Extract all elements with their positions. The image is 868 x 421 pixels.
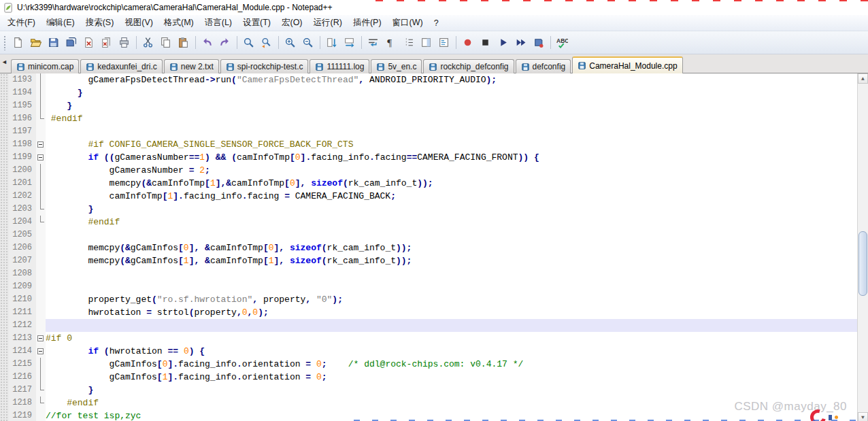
bookmark-margin[interactable] — [0, 112, 9, 125]
bookmark-margin[interactable] — [0, 241, 9, 254]
line-number[interactable]: 1205 — [9, 229, 36, 241]
line-number[interactable]: 1208 — [9, 267, 36, 280]
code-text[interactable]: #if CONFIG_CAMERA_SINGLE_SENSOR_FORCE_BA… — [46, 138, 857, 151]
line-number[interactable]: 1212 — [9, 319, 36, 332]
menu-window[interactable]: 窗口(W) — [387, 15, 429, 31]
vertical-scrollbar[interactable]: ▲ ▼ — [857, 73, 868, 421]
copy-button[interactable] — [158, 35, 174, 51]
tab-kedaxunfei_dri.c[interactable]: kedaxunfei_dri.c — [80, 59, 162, 73]
bookmark-margin[interactable] — [0, 177, 9, 190]
word-wrap-button[interactable] — [365, 35, 382, 51]
code-text[interactable]: gCameraFpsDetectThread->run("CameraFpsDe… — [46, 73, 857, 86]
code-text[interactable]: if (hwrotation == 0) { — [46, 345, 857, 358]
line-number[interactable]: 1197 — [9, 125, 36, 138]
fold-collapse-icon[interactable] — [36, 345, 46, 358]
bookmark-margin[interactable] — [0, 190, 9, 203]
line-number[interactable]: 1195 — [9, 99, 36, 112]
bookmark-margin[interactable] — [0, 151, 9, 164]
code-text[interactable]: gCamerasNumber = 2; — [46, 164, 857, 177]
tab-111111.log[interactable]: 111111.log — [310, 59, 369, 73]
line-number[interactable]: 1216 — [9, 371, 36, 384]
bookmark-margin[interactable] — [0, 332, 9, 345]
menu-settings[interactable]: 设置(T) — [237, 15, 276, 31]
bookmark-margin[interactable] — [0, 86, 9, 99]
tab-minicom.cap[interactable]: minicom.cap — [11, 59, 79, 73]
code-text[interactable]: gCamInfos[1].facing_info.orientation = 0… — [46, 371, 857, 384]
line-number[interactable]: 1210 — [9, 293, 36, 306]
scrollbar-thumb[interactable] — [858, 231, 867, 296]
bookmark-margin[interactable] — [0, 254, 9, 267]
code-text[interactable]: } — [46, 99, 857, 112]
line-number[interactable]: 1214 — [9, 345, 36, 358]
redo-button[interactable] — [217, 35, 233, 51]
fold-collapse-icon[interactable] — [36, 332, 46, 345]
spell-check-button[interactable]: ABC — [554, 35, 571, 51]
fold-collapse-icon[interactable] — [36, 138, 46, 151]
code-text[interactable]: #endif — [46, 112, 857, 125]
tab-rockchip_defconfig[interactable]: rockchip_defconfig — [423, 59, 514, 73]
code-text[interactable]: } — [46, 86, 857, 99]
menu-edit[interactable]: 编辑(E) — [41, 15, 80, 31]
tab-new-2.txt[interactable]: new 2.txt — [164, 59, 219, 73]
bookmark-margin[interactable] — [0, 358, 9, 371]
bookmark-margin[interactable] — [0, 384, 9, 397]
line-number[interactable]: 1198 — [9, 138, 36, 151]
document-map-button[interactable] — [418, 35, 435, 51]
line-number[interactable]: 1199 — [9, 151, 36, 164]
bookmark-margin[interactable] — [0, 99, 9, 112]
play-macro-button[interactable] — [495, 35, 512, 51]
find-button[interactable] — [241, 35, 257, 51]
code-text[interactable]: memcpy(&gCamInfos[1], &camInfoTmp[1], si… — [46, 254, 857, 267]
line-number[interactable]: 1211 — [9, 306, 36, 319]
record-macro-button[interactable] — [460, 35, 476, 51]
bookmark-margin[interactable] — [0, 293, 9, 306]
tab-defconfig[interactable]: defconfig — [516, 59, 571, 73]
code-text[interactable] — [46, 319, 857, 332]
stop-macro-button[interactable] — [478, 35, 494, 51]
undo-button[interactable] — [199, 35, 216, 51]
bookmark-margin[interactable] — [0, 319, 9, 332]
show-all-characters-button[interactable]: ¶ — [383, 35, 399, 51]
code-text[interactable] — [46, 125, 857, 138]
print-button[interactable] — [116, 35, 133, 51]
tab-spi-rockchip-test.c[interactable]: spi-rockchip-test.c — [220, 59, 309, 73]
save-all-button[interactable] — [63, 35, 80, 51]
bookmark-margin[interactable] — [0, 125, 9, 138]
line-number[interactable]: 1203 — [9, 203, 36, 216]
line-number[interactable]: 1217 — [9, 384, 36, 397]
bookmark-margin[interactable] — [0, 267, 9, 280]
bookmark-margin[interactable] — [0, 397, 9, 409]
menu-help[interactable]: ? — [429, 16, 444, 30]
sync-vertical-button[interactable] — [324, 35, 340, 51]
tab-scroll-left-button[interactable]: ◄ — [1, 59, 7, 65]
cut-button[interactable] — [140, 35, 156, 51]
code-text[interactable] — [46, 280, 857, 293]
paste-button[interactable] — [176, 35, 192, 51]
line-number[interactable]: 1218 — [9, 397, 36, 409]
bookmark-margin[interactable] — [0, 409, 9, 421]
code-text[interactable]: memcpy(&camInfoTmp[1],&camInfoTmp[0], si… — [46, 177, 857, 190]
bookmark-margin[interactable] — [0, 371, 9, 384]
line-number[interactable]: 1213 — [9, 332, 36, 345]
code-text[interactable]: memcpy(&gCamInfos[0], &camInfoTmp[0], si… — [46, 241, 857, 254]
line-number[interactable]: 1194 — [9, 86, 36, 99]
code-text[interactable]: gCamInfos[0].facing_info.orientation = 0… — [46, 358, 857, 371]
code-text[interactable] — [46, 229, 857, 241]
code-text[interactable]: if ((gCamerasNumber==1) && (camInfoTmp[0… — [46, 151, 857, 164]
code-text[interactable]: #if 0 — [46, 332, 857, 345]
menu-encoding[interactable]: 格式(M) — [158, 15, 199, 31]
line-number[interactable]: 1209 — [9, 280, 36, 293]
bookmark-margin[interactable] — [0, 229, 9, 241]
tab-CameraHal_Module.cpp[interactable]: CameraHal_Module.cpp — [572, 56, 682, 73]
fold-collapse-icon[interactable] — [36, 151, 46, 164]
line-number[interactable]: 1207 — [9, 254, 36, 267]
line-number[interactable]: 1196 — [9, 112, 36, 125]
function-list-button[interactable] — [436, 35, 452, 51]
bookmark-margin[interactable] — [0, 345, 9, 358]
menu-language[interactable]: 语言(L) — [199, 15, 237, 31]
menu-run[interactable]: 运行(R) — [308, 15, 348, 31]
zoom-in-button[interactable] — [282, 35, 299, 51]
bookmark-margin[interactable] — [0, 73, 9, 86]
code-text[interactable]: hwrotation = strtol(property,0,0); — [46, 306, 857, 319]
toolbar-grip-handle[interactable] — [3, 35, 6, 50]
